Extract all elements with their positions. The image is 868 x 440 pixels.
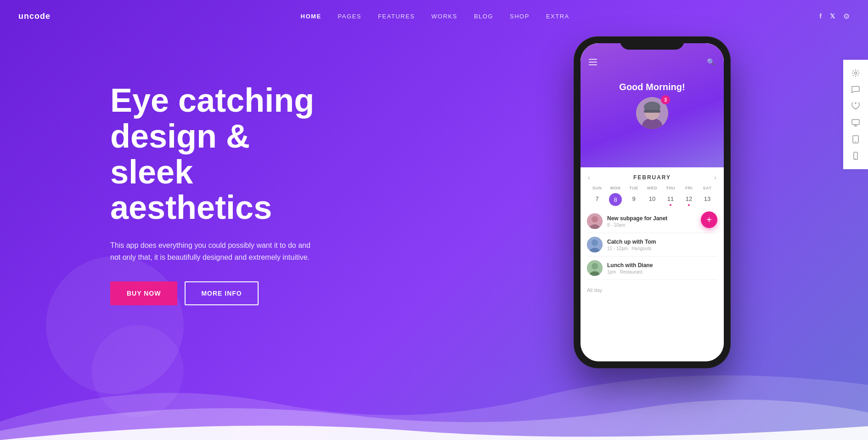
notification-badge: 3 bbox=[661, 95, 670, 104]
cal-day-13[interactable]: 13 bbox=[698, 193, 716, 206]
day-label-sun: SUN bbox=[588, 186, 606, 190]
side-settings-icon[interactable] bbox=[851, 68, 861, 78]
nav-link-blog[interactable]: BLOG bbox=[474, 13, 493, 20]
social-links: f 𝕏 ⚙ bbox=[819, 12, 850, 21]
day-label-wed: WED bbox=[643, 186, 661, 190]
event-item-1: New subpage for Janet 8 - 10am + bbox=[587, 210, 717, 233]
cal-day-12[interactable]: 12 bbox=[680, 193, 698, 206]
nav-link-works[interactable]: WORKS bbox=[431, 13, 457, 20]
cal-day-11[interactable]: 11 bbox=[661, 193, 680, 206]
app-top-bar: 🔍 bbox=[581, 58, 724, 66]
day-label-tue: TUE bbox=[625, 186, 643, 190]
event-item-3: Lunch with Diane 1pm Restaurant bbox=[587, 257, 717, 280]
day-labels: SUN MON TUE WED THU FRI SAT bbox=[588, 186, 716, 190]
event-info-3: Lunch with Diane 1pm Restaurant bbox=[607, 262, 717, 274]
cal-day-10[interactable]: 10 bbox=[643, 193, 661, 206]
buy-now-button[interactable]: Buy Now bbox=[110, 281, 177, 305]
month-navigation: ‹ FEBRUARY › bbox=[588, 174, 716, 181]
event-avatar-3 bbox=[587, 260, 603, 276]
svg-point-9 bbox=[592, 240, 598, 246]
hero-content: Eye catching design & sleek aesthetics T… bbox=[110, 83, 340, 305]
phone-mockup: 🔍 Good Morning! bbox=[574, 37, 730, 368]
event-time-2: 11 - 12pm Hangouts bbox=[607, 246, 717, 251]
hero-subtext: This app does everything you could possi… bbox=[110, 240, 312, 263]
side-mobile-icon[interactable] bbox=[851, 151, 861, 161]
search-icon[interactable]: 🔍 bbox=[707, 58, 716, 66]
nav-link-shop[interactable]: SHOP bbox=[510, 13, 530, 20]
nav-item-blog[interactable]: BLOG bbox=[474, 12, 493, 20]
day-label-mon: MON bbox=[606, 186, 625, 190]
next-month-button[interactable]: › bbox=[714, 174, 716, 181]
app-greeting: Good Morning! bbox=[619, 82, 685, 92]
add-event-button[interactable]: + bbox=[701, 211, 717, 228]
event-item-2: Catch up with Tom 11 - 12pm Hangouts bbox=[587, 233, 717, 257]
event-title-2: Catch up with Tom bbox=[607, 239, 717, 245]
allday-label: All day bbox=[581, 284, 724, 295]
nav-link-extra[interactable]: EXTRA bbox=[546, 13, 569, 20]
day-label-fri: FRI bbox=[680, 186, 698, 190]
navbar: uncode HOME PAGES FEATURES WORKS BLOG SH… bbox=[0, 0, 868, 32]
hero-section: uncode HOME PAGES FEATURES WORKS BLOG SH… bbox=[0, 0, 868, 440]
app-screen: 🔍 Good Morning! bbox=[581, 43, 724, 361]
nav-item-pages[interactable]: PAGES bbox=[338, 12, 361, 20]
settings-icon[interactable]: ⚙ bbox=[843, 12, 850, 21]
wave-decoration bbox=[0, 339, 868, 440]
facebook-icon[interactable]: f bbox=[819, 12, 822, 20]
nav-links: HOME PAGES FEATURES WORKS BLOG SHOP EXTR… bbox=[301, 12, 569, 20]
side-chat-icon[interactable] bbox=[851, 85, 861, 95]
side-monitor-icon[interactable] bbox=[851, 118, 861, 128]
nav-link-features[interactable]: FEATURES bbox=[378, 13, 415, 20]
current-month: FEBRUARY bbox=[633, 174, 671, 181]
cal-day-9[interactable]: 9 bbox=[625, 193, 643, 206]
event-time-3: 1pm Restaurant bbox=[607, 269, 717, 274]
day-label-sat: SAT bbox=[698, 186, 716, 190]
nav-item-extra[interactable]: EXTRA bbox=[546, 12, 569, 20]
svg-point-12 bbox=[592, 263, 598, 269]
day-label-thu: THU bbox=[661, 186, 680, 190]
svg-rect-4 bbox=[644, 110, 660, 113]
cal-day-7[interactable]: 7 bbox=[588, 193, 606, 206]
app-top-area: 🔍 Good Morning! bbox=[581, 43, 724, 167]
calendar-days: 7 8 9 10 11 12 13 bbox=[588, 193, 716, 206]
twitter-icon[interactable]: 𝕏 bbox=[830, 12, 835, 20]
svg-point-6 bbox=[592, 216, 598, 223]
side-toolbar bbox=[843, 60, 868, 169]
nav-item-shop[interactable]: SHOP bbox=[510, 12, 530, 20]
hero-buttons: Buy Now More Info bbox=[110, 281, 340, 305]
hamburger-icon[interactable] bbox=[589, 59, 597, 65]
deco-circle-2 bbox=[92, 325, 184, 417]
nav-item-works[interactable]: WORKS bbox=[431, 12, 457, 20]
calendar-section: ‹ FEBRUARY › SUN MON TUE WED THU FRI SAT bbox=[581, 167, 724, 206]
event-time-1: 8 - 10am bbox=[607, 223, 717, 228]
nav-item-home[interactable]: HOME bbox=[301, 12, 321, 20]
event-avatar-1 bbox=[587, 213, 603, 229]
svg-point-19 bbox=[855, 158, 856, 159]
cal-day-8[interactable]: 8 bbox=[609, 193, 622, 206]
event-info-2: Catch up with Tom 11 - 12pm Hangouts bbox=[607, 239, 717, 251]
svg-point-14 bbox=[855, 72, 857, 74]
phone-outer: 🔍 Good Morning! bbox=[574, 37, 730, 368]
nav-item-features[interactable]: FEATURES bbox=[378, 12, 415, 20]
event-avatar-2 bbox=[587, 237, 603, 252]
more-info-button[interactable]: More Info bbox=[185, 281, 258, 305]
hero-heading: Eye catching design & sleek aesthetics bbox=[110, 83, 340, 226]
events-list: New subpage for Janet 8 - 10am + Catch u… bbox=[581, 206, 724, 284]
event-title-3: Lunch with Diane bbox=[607, 262, 717, 269]
nav-link-pages[interactable]: PAGES bbox=[338, 13, 361, 20]
nav-link-home[interactable]: HOME bbox=[301, 13, 321, 20]
side-heart-icon[interactable] bbox=[851, 101, 861, 111]
svg-rect-15 bbox=[852, 120, 859, 125]
phone-screen: 🔍 Good Morning! bbox=[581, 43, 724, 361]
user-avatar-wrapper: 3 bbox=[636, 97, 668, 129]
side-tablet-icon[interactable] bbox=[851, 134, 861, 144]
phone-notch bbox=[620, 37, 684, 50]
svg-point-17 bbox=[855, 142, 856, 143]
brand-logo: uncode bbox=[18, 11, 51, 21]
prev-month-button[interactable]: ‹ bbox=[588, 174, 590, 181]
